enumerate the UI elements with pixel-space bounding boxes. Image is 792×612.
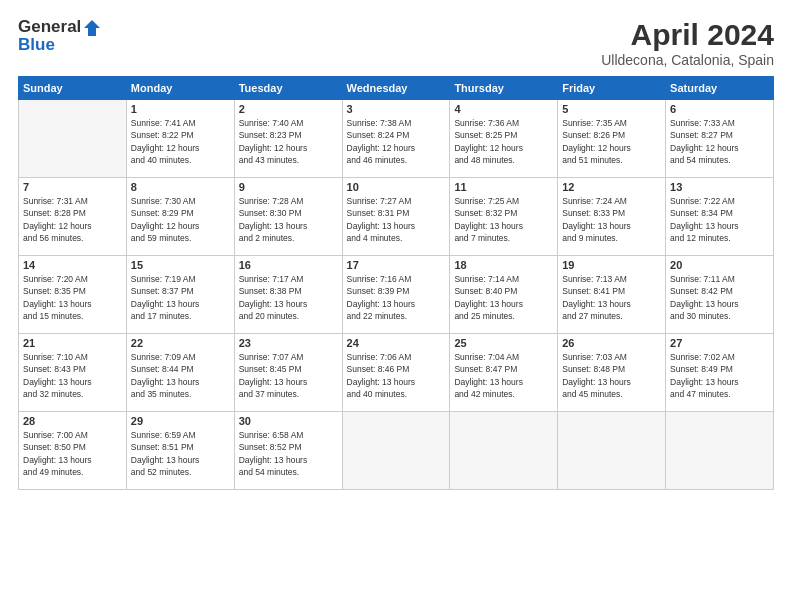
calendar-cell: 26 Sunrise: 7:03 AMSunset: 8:48 PMDaylig… <box>558 334 666 412</box>
title-block: April 2024 Ulldecona, Catalonia, Spain <box>601 18 774 68</box>
calendar-cell: 12 Sunrise: 7:24 AMSunset: 8:33 PMDaylig… <box>558 178 666 256</box>
day-number: 30 <box>239 415 338 427</box>
col-wednesday: Wednesday <box>342 77 450 100</box>
day-info: Sunrise: 6:59 AMSunset: 8:51 PMDaylight:… <box>131 429 230 478</box>
day-number: 23 <box>239 337 338 349</box>
day-info: Sunrise: 7:41 AMSunset: 8:22 PMDaylight:… <box>131 117 230 166</box>
day-number: 14 <box>23 259 122 271</box>
day-info: Sunrise: 7:06 AMSunset: 8:46 PMDaylight:… <box>347 351 446 400</box>
day-info: Sunrise: 7:19 AMSunset: 8:37 PMDaylight:… <box>131 273 230 322</box>
day-number: 22 <box>131 337 230 349</box>
calendar-cell: 2 Sunrise: 7:40 AMSunset: 8:23 PMDayligh… <box>234 100 342 178</box>
calendar-cell: 21 Sunrise: 7:10 AMSunset: 8:43 PMDaylig… <box>19 334 127 412</box>
day-number: 16 <box>239 259 338 271</box>
day-number: 12 <box>562 181 661 193</box>
day-info: Sunrise: 7:16 AMSunset: 8:39 PMDaylight:… <box>347 273 446 322</box>
day-number: 19 <box>562 259 661 271</box>
calendar-cell: 15 Sunrise: 7:19 AMSunset: 8:37 PMDaylig… <box>126 256 234 334</box>
day-info: Sunrise: 7:14 AMSunset: 8:40 PMDaylight:… <box>454 273 553 322</box>
day-info: Sunrise: 7:28 AMSunset: 8:30 PMDaylight:… <box>239 195 338 244</box>
day-number: 1 <box>131 103 230 115</box>
col-monday: Monday <box>126 77 234 100</box>
day-info: Sunrise: 7:24 AMSunset: 8:33 PMDaylight:… <box>562 195 661 244</box>
calendar-cell: 16 Sunrise: 7:17 AMSunset: 8:38 PMDaylig… <box>234 256 342 334</box>
calendar-cell: 19 Sunrise: 7:13 AMSunset: 8:41 PMDaylig… <box>558 256 666 334</box>
day-number: 4 <box>454 103 553 115</box>
col-friday: Friday <box>558 77 666 100</box>
day-info: Sunrise: 7:17 AMSunset: 8:38 PMDaylight:… <box>239 273 338 322</box>
day-info: Sunrise: 7:35 AMSunset: 8:26 PMDaylight:… <box>562 117 661 166</box>
day-info: Sunrise: 7:11 AMSunset: 8:42 PMDaylight:… <box>670 273 769 322</box>
calendar-cell: 9 Sunrise: 7:28 AMSunset: 8:30 PMDayligh… <box>234 178 342 256</box>
calendar-cell: 1 Sunrise: 7:41 AMSunset: 8:22 PMDayligh… <box>126 100 234 178</box>
day-number: 13 <box>670 181 769 193</box>
day-info: Sunrise: 7:20 AMSunset: 8:35 PMDaylight:… <box>23 273 122 322</box>
day-info: Sunrise: 7:36 AMSunset: 8:25 PMDaylight:… <box>454 117 553 166</box>
calendar-cell: 3 Sunrise: 7:38 AMSunset: 8:24 PMDayligh… <box>342 100 450 178</box>
calendar-cell: 22 Sunrise: 7:09 AMSunset: 8:44 PMDaylig… <box>126 334 234 412</box>
day-info: Sunrise: 7:07 AMSunset: 8:45 PMDaylight:… <box>239 351 338 400</box>
day-info: Sunrise: 7:09 AMSunset: 8:44 PMDaylight:… <box>131 351 230 400</box>
day-number: 7 <box>23 181 122 193</box>
calendar-cell: 20 Sunrise: 7:11 AMSunset: 8:42 PMDaylig… <box>666 256 774 334</box>
calendar-cell: 11 Sunrise: 7:25 AMSunset: 8:32 PMDaylig… <box>450 178 558 256</box>
day-number: 9 <box>239 181 338 193</box>
day-number: 11 <box>454 181 553 193</box>
calendar-cell: 25 Sunrise: 7:04 AMSunset: 8:47 PMDaylig… <box>450 334 558 412</box>
day-number: 17 <box>347 259 446 271</box>
day-number: 25 <box>454 337 553 349</box>
day-info: Sunrise: 7:04 AMSunset: 8:47 PMDaylight:… <box>454 351 553 400</box>
calendar-cell: 8 Sunrise: 7:30 AMSunset: 8:29 PMDayligh… <box>126 178 234 256</box>
calendar-cell <box>342 412 450 490</box>
calendar-cell: 27 Sunrise: 7:02 AMSunset: 8:49 PMDaylig… <box>666 334 774 412</box>
calendar-cell <box>666 412 774 490</box>
day-info: Sunrise: 7:13 AMSunset: 8:41 PMDaylight:… <box>562 273 661 322</box>
day-number: 24 <box>347 337 446 349</box>
day-number: 5 <box>562 103 661 115</box>
calendar-cell: 29 Sunrise: 6:59 AMSunset: 8:51 PMDaylig… <box>126 412 234 490</box>
logo-block: General Blue <box>18 18 102 55</box>
week-row-1: 1 Sunrise: 7:41 AMSunset: 8:22 PMDayligh… <box>19 100 774 178</box>
day-number: 29 <box>131 415 230 427</box>
calendar-cell: 30 Sunrise: 6:58 AMSunset: 8:52 PMDaylig… <box>234 412 342 490</box>
day-info: Sunrise: 7:10 AMSunset: 8:43 PMDaylight:… <box>23 351 122 400</box>
day-number: 2 <box>239 103 338 115</box>
calendar-cell <box>19 100 127 178</box>
day-info: Sunrise: 7:38 AMSunset: 8:24 PMDaylight:… <box>347 117 446 166</box>
logo-icon <box>82 18 102 38</box>
calendar-cell <box>558 412 666 490</box>
day-info: Sunrise: 6:58 AMSunset: 8:52 PMDaylight:… <box>239 429 338 478</box>
day-number: 27 <box>670 337 769 349</box>
day-number: 21 <box>23 337 122 349</box>
logo-blue: Blue <box>18 36 102 55</box>
calendar-cell: 10 Sunrise: 7:27 AMSunset: 8:31 PMDaylig… <box>342 178 450 256</box>
day-number: 28 <box>23 415 122 427</box>
header: General Blue April 2024 Ulldecona, Catal… <box>18 18 774 68</box>
day-info: Sunrise: 7:00 AMSunset: 8:50 PMDaylight:… <box>23 429 122 478</box>
calendar-cell: 13 Sunrise: 7:22 AMSunset: 8:34 PMDaylig… <box>666 178 774 256</box>
logo: General Blue <box>18 18 102 55</box>
day-number: 8 <box>131 181 230 193</box>
month-year-title: April 2024 <box>601 18 774 52</box>
week-row-4: 21 Sunrise: 7:10 AMSunset: 8:43 PMDaylig… <box>19 334 774 412</box>
location-subtitle: Ulldecona, Catalonia, Spain <box>601 52 774 68</box>
calendar-cell: 18 Sunrise: 7:14 AMSunset: 8:40 PMDaylig… <box>450 256 558 334</box>
day-number: 18 <box>454 259 553 271</box>
week-row-2: 7 Sunrise: 7:31 AMSunset: 8:28 PMDayligh… <box>19 178 774 256</box>
day-info: Sunrise: 7:02 AMSunset: 8:49 PMDaylight:… <box>670 351 769 400</box>
day-info: Sunrise: 7:30 AMSunset: 8:29 PMDaylight:… <box>131 195 230 244</box>
day-number: 26 <box>562 337 661 349</box>
header-row: Sunday Monday Tuesday Wednesday Thursday… <box>19 77 774 100</box>
calendar-cell <box>450 412 558 490</box>
day-info: Sunrise: 7:40 AMSunset: 8:23 PMDaylight:… <box>239 117 338 166</box>
calendar-cell: 4 Sunrise: 7:36 AMSunset: 8:25 PMDayligh… <box>450 100 558 178</box>
col-saturday: Saturday <box>666 77 774 100</box>
col-sunday: Sunday <box>19 77 127 100</box>
day-info: Sunrise: 7:27 AMSunset: 8:31 PMDaylight:… <box>347 195 446 244</box>
day-info: Sunrise: 7:33 AMSunset: 8:27 PMDaylight:… <box>670 117 769 166</box>
day-number: 10 <box>347 181 446 193</box>
calendar-cell: 5 Sunrise: 7:35 AMSunset: 8:26 PMDayligh… <box>558 100 666 178</box>
col-tuesday: Tuesday <box>234 77 342 100</box>
day-info: Sunrise: 7:31 AMSunset: 8:28 PMDaylight:… <box>23 195 122 244</box>
calendar-cell: 6 Sunrise: 7:33 AMSunset: 8:27 PMDayligh… <box>666 100 774 178</box>
